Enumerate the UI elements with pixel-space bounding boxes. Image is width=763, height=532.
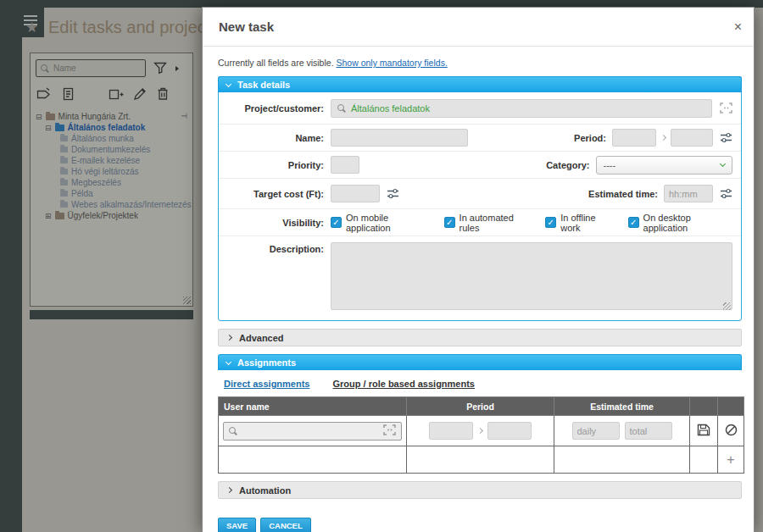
task-details-header[interactable]: Task details <box>218 76 742 92</box>
checkbox-label: On desktop application <box>643 213 732 233</box>
checkbox-offline[interactable] <box>545 217 556 228</box>
period-label: Period: <box>468 133 612 143</box>
estimated-time-input[interactable] <box>664 185 713 202</box>
assignments-table: User name Period Estimated time <box>218 396 744 474</box>
chevron-down-icon <box>226 80 231 86</box>
description-textarea[interactable] <box>331 242 732 310</box>
resize-grip-icon[interactable] <box>723 302 731 310</box>
assignments-section: Assignments Direct assignments Group / r… <box>218 354 742 474</box>
column-remove <box>718 397 744 416</box>
block-icon[interactable] <box>725 428 738 438</box>
tab-group-assignments[interactable]: Group / role based assignments <box>332 379 475 389</box>
project-customer-value: Általános feladatok <box>351 103 430 114</box>
estimated-time-label: Estimated time: <box>468 189 664 199</box>
period-start-input[interactable] <box>612 129 656 147</box>
project-customer-field[interactable]: Általános feladatok <box>331 99 712 118</box>
period-settings-icon[interactable] <box>720 132 732 143</box>
assignments-header[interactable]: Assignments <box>218 354 742 370</box>
fields-visible-note: Currently all fields are visible. <box>218 58 334 68</box>
user-search-input[interactable] <box>242 426 378 436</box>
advanced-section-header[interactable]: Advanced <box>218 329 742 346</box>
checkbox-label: On mobile application <box>346 213 431 233</box>
checkbox-label: In offline work <box>560 213 614 233</box>
category-label: Category: <box>468 160 596 170</box>
new-task-dialog: New task × Currently all fields are visi… <box>202 7 755 532</box>
project-customer-label: Project/customer: <box>219 103 331 114</box>
user-picker-icon[interactable] <box>383 424 396 437</box>
assignment-period-start-input[interactable] <box>429 422 473 440</box>
priority-label: Priority: <box>219 160 331 170</box>
add-row-icon[interactable]: + <box>727 452 734 467</box>
task-details-section: Task details Project/customer: Általános… <box>218 76 742 321</box>
search-icon <box>337 104 346 113</box>
checkbox-mobile[interactable] <box>331 217 342 228</box>
target-cost-label: Target cost (Ft): <box>219 189 331 199</box>
arrow-right-icon <box>660 135 666 141</box>
save-button[interactable]: SAVE <box>218 518 256 532</box>
period-end-input[interactable] <box>671 129 713 147</box>
search-icon <box>229 427 237 435</box>
column-estimated-time: Estimated time <box>554 397 690 416</box>
assignment-empty-row: + <box>219 446 744 474</box>
name-input[interactable] <box>331 129 468 147</box>
target-cost-input[interactable] <box>331 185 380 202</box>
cancel-button[interactable]: CANCEL <box>260 518 311 532</box>
checkbox-automated[interactable] <box>444 217 455 228</box>
chevron-right-icon <box>226 487 232 493</box>
automation-section-header[interactable]: Automation <box>218 481 742 499</box>
assignment-period-end-input[interactable] <box>487 422 532 440</box>
name-label: Name: <box>219 133 331 143</box>
chevron-down-icon <box>720 160 726 166</box>
chevron-down-icon <box>226 358 231 364</box>
user-search-field[interactable] <box>223 422 402 441</box>
save-row-icon[interactable] <box>697 428 710 438</box>
target-cost-settings-icon[interactable] <box>387 188 399 199</box>
checkbox-desktop[interactable] <box>628 217 639 228</box>
priority-input[interactable] <box>331 156 359 174</box>
assignment-entry-row <box>219 416 744 446</box>
visibility-label: Visibility: <box>219 218 331 228</box>
description-label: Description: <box>219 242 331 254</box>
close-icon[interactable]: × <box>734 20 742 34</box>
arrow-right-icon <box>477 428 483 434</box>
dialog-title: New task <box>219 19 274 34</box>
estimated-time-settings-icon[interactable] <box>720 188 732 199</box>
show-mandatory-link[interactable]: Show only mandatory fields. <box>336 58 447 68</box>
chevron-right-icon <box>226 335 232 341</box>
daily-time-input[interactable] <box>572 422 620 440</box>
project-picker-icon[interactable] <box>720 103 732 114</box>
column-period: Period <box>407 397 554 416</box>
category-value: ---- <box>604 160 616 170</box>
tab-direct-assignments[interactable]: Direct assignments <box>224 379 309 389</box>
column-save <box>690 397 718 416</box>
checkbox-label: In automated rules <box>459 213 532 233</box>
category-select[interactable]: ---- <box>596 156 733 175</box>
column-user-name: User name <box>219 397 407 416</box>
total-time-input[interactable] <box>625 422 672 440</box>
